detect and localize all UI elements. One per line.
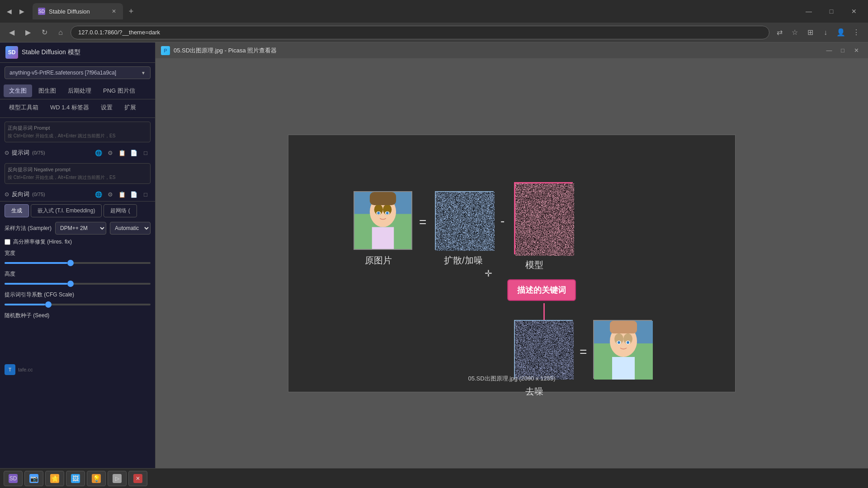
sampler-select[interactable]: DPM++ 2M [55, 222, 106, 235]
hires-fix-row: 高分辨率修复 (Hires. fix) [0, 236, 155, 248]
tab-settings[interactable]: 设置 [95, 101, 118, 114]
taskbar-item-camera[interactable]: 📷 [24, 471, 43, 486]
cfg-slider-wrapper [5, 300, 151, 309]
neg-settings-icon[interactable]: ⚙ [105, 189, 115, 199]
window-controls: — □ ✕ [798, 3, 864, 19]
tab-postprocessing[interactable]: 后期处理 [62, 84, 97, 97]
taskbar-item-close[interactable]: ✕ [128, 471, 147, 486]
width-slider-wrapper [5, 258, 151, 267]
nav-tabs-row2: 模型工具箱 WD 1.4 标签器 设置 扩展 [0, 99, 155, 118]
negative-toggle[interactable]: ⊙ [5, 191, 9, 197]
refresh-button[interactable]: ↻ [38, 26, 51, 39]
positive-prompt-hint: 按 Ctrl+Enter 开始生成，Alt+Enter 跳过当前图片，ES [8, 133, 147, 139]
height-label: 高度 [5, 270, 151, 278]
tips-settings-icon[interactable]: ⚙ [105, 148, 115, 158]
tips-copy-icon[interactable]: 📋 [117, 148, 127, 158]
browser-tab-stable-diffusion[interactable]: SD Stable Diffusion ✕ [33, 3, 123, 19]
neg-more-icon[interactable]: □ [141, 189, 151, 199]
picasa-app-icon: P [161, 46, 170, 55]
neg-paste-icon[interactable]: 📄 [129, 189, 139, 199]
model-dropdown-arrow: ▼ [141, 70, 146, 75]
bookmark-icon[interactable]: ☆ [788, 26, 801, 39]
width-slider-thumb[interactable] [67, 260, 74, 266]
negative-prompt-area: 反向提示词 Negative prompt 按 Ctrl+Enter 开始生成，… [5, 163, 151, 184]
seed-label: 随机数种子 (Seed) [5, 312, 151, 319]
tab-model-toolbox[interactable]: 模型工具箱 [4, 101, 44, 114]
cfg-slider-track [5, 304, 151, 305]
sd-panel-title: Stable Diffusion 模型 [22, 48, 80, 56]
equals-sign-1: = [419, 215, 426, 230]
new-tab-button[interactable]: + [125, 5, 137, 18]
taskbar-item-play[interactable]: ▷ [108, 471, 127, 486]
window-close-button[interactable]: ✕ [844, 3, 864, 19]
sampler-row: 采样方法 (Sampler) DPM++ 2M Automatic [0, 220, 155, 236]
window-minimize-button[interactable]: — [798, 3, 819, 19]
tab-png-info[interactable]: PNG 图片信 [98, 84, 141, 97]
back-button[interactable]: ◀ [5, 26, 18, 39]
tab-wd-tagger[interactable]: WD 1.4 标签器 [45, 101, 94, 114]
schedule-select[interactable]: Automatic [110, 222, 151, 235]
tips-toggle[interactable]: ⊙ [5, 150, 9, 156]
browser-action-buttons: ⇄ ☆ ⊞ ↓ 👤 ⋮ [773, 26, 863, 39]
picasa-maximize-button[interactable]: □ [836, 45, 849, 56]
tab-close-button[interactable]: ✕ [110, 8, 118, 15]
menu-icon[interactable]: ⋮ [850, 26, 863, 39]
neg-globe-icon[interactable]: 🌐 [94, 189, 104, 199]
picasa-minimize-button[interactable]: — [823, 45, 835, 56]
denoise-label: 去噪 [525, 385, 543, 398]
forward-button[interactable]: ▶ [22, 26, 34, 39]
download-icon[interactable]: ↓ [819, 26, 832, 39]
taskbar-item-sd[interactable]: SD [4, 471, 23, 486]
diagram-inner: = - 模型 描述的关键词 [326, 164, 697, 363]
address-input[interactable] [71, 26, 769, 39]
tab-back-button[interactable]: ◀ [4, 6, 14, 17]
negative-count: (0/75) [32, 192, 45, 197]
hires-fix-checkbox[interactable] [5, 239, 10, 245]
profile-icon[interactable]: 👤 [835, 26, 847, 39]
watermark: T tafe.cc [5, 364, 33, 375]
taskbar-camera-icon: 📷 [29, 474, 38, 483]
svg-point-9 [386, 212, 389, 215]
sd-header: SD Stable Diffusion 模型 [0, 42, 155, 63]
cfg-slider-thumb[interactable] [45, 301, 52, 308]
neg-copy-icon[interactable]: 📋 [117, 189, 127, 199]
width-slider-fill [5, 262, 67, 264]
tab-forward-button[interactable]: ▶ [16, 6, 27, 17]
model-name: anything-v5-PrtRE.safetensors [7f96a1a9c… [9, 70, 116, 76]
extension-icon[interactable]: ⊞ [804, 26, 816, 39]
tips-section-header: ⊙ 提示词 (0/75) 🌐 ⚙ 📋 📄 □ [0, 146, 155, 160]
height-slider-thumb[interactable] [67, 281, 74, 287]
tips-section-label: 提示词 [12, 149, 29, 157]
gen-tab-generate[interactable]: 生成 [5, 204, 29, 217]
tips-icons: 🌐 ⚙ 📋 📄 □ [94, 148, 151, 158]
window-maximize-button[interactable]: □ [821, 3, 842, 19]
taskbar-item-star[interactable]: 🌟 [45, 471, 64, 486]
connector-line [543, 303, 545, 321]
tips-more-icon[interactable]: □ [141, 148, 151, 158]
height-slider-container: 高度 [0, 268, 155, 289]
denoised-image [514, 320, 573, 379]
home-button[interactable]: ⌂ [54, 26, 67, 39]
tips-paste-icon[interactable]: 📄 [129, 148, 139, 158]
translate-icon[interactable]: ⇄ [773, 26, 786, 39]
negative-prompt-hint: 按 Ctrl+Enter 开始生成，Alt+Enter 跳过当前图片，ES [8, 174, 147, 181]
picasa-close-button[interactable]: ✕ [850, 45, 863, 56]
model-selector[interactable]: anything-v5-PrtRE.safetensors [7f96a1a9c… [5, 66, 151, 79]
tab-txt2img[interactable]: 文生图 [4, 84, 32, 97]
tips-globe-icon[interactable]: 🌐 [94, 148, 104, 158]
gen-tab-embedding[interactable]: 嵌入式 (T.I. Embedding) [31, 204, 102, 217]
width-slider-container: 宽度 [0, 248, 155, 268]
gen-tab-hypernetwork[interactable]: 超网络 ( [104, 204, 137, 217]
sd-sidebar: SD Stable Diffusion 模型 anything-v5-PrtRE… [0, 42, 156, 488]
model-noise-image [514, 182, 573, 254]
tab-img2img[interactable]: 图生图 [33, 84, 61, 97]
taskbar-item-image[interactable]: 🖼 [66, 471, 85, 486]
taskbar-item-bulb[interactable]: 💡 [87, 471, 106, 486]
watermark-text: tafe.cc [18, 367, 33, 372]
sd-logo: SD [5, 46, 18, 59]
tab-extensions[interactable]: 扩展 [119, 101, 142, 114]
tab-bar: ◀ ▶ SD Stable Diffusion ✕ + — □ ✕ [0, 0, 868, 23]
svg-point-8 [377, 212, 380, 215]
svg-rect-21 [612, 357, 635, 380]
svg-rect-16 [610, 321, 637, 333]
